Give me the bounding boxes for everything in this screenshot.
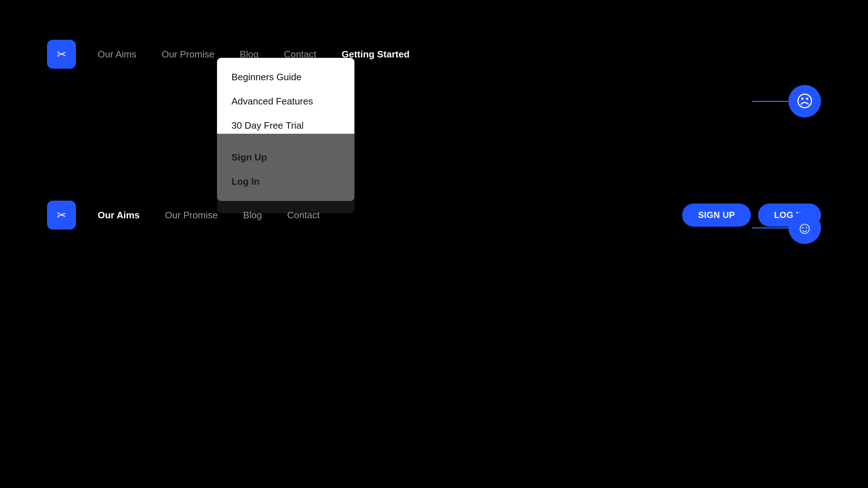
bottom-nav-our-promise[interactable]: Our Promise <box>165 210 218 221</box>
bottom-logo-icon: ✂ <box>57 209 67 221</box>
feedback-circle-negative[interactable]: ☹ <box>788 85 821 117</box>
dropdown-advanced-features[interactable]: Advanced Features <box>217 89 354 114</box>
bottom-logo[interactable]: ✂ <box>47 201 76 230</box>
bottom-nav-links: Our Aims Our Promise Blog Contact <box>98 210 682 221</box>
sad-face-icon: ☹ <box>796 93 813 110</box>
top-navigation: ✂ Our Aims Our Promise Blog Contact Gett… <box>47 40 821 69</box>
bottom-nav-contact[interactable]: Contact <box>287 210 320 221</box>
bottom-nav-our-aims[interactable]: Our Aims <box>98 210 140 221</box>
bottom-nav-blog[interactable]: Blog <box>243 210 262 221</box>
nav-our-promise[interactable]: Our Promise <box>162 49 214 60</box>
signup-button[interactable]: SIGN UP <box>682 204 751 227</box>
nav-our-aims[interactable]: Our Aims <box>98 49 136 60</box>
logo-icon: ✂ <box>57 48 67 60</box>
feedback-line-bottom <box>752 227 788 228</box>
logo[interactable]: ✂ <box>47 40 76 69</box>
feedback-widget-positive: ☺ <box>752 211 821 244</box>
feedback-line-top <box>752 101 788 102</box>
feedback-circle-positive[interactable]: ☺ <box>788 211 821 244</box>
dropdown-beginners-guide[interactable]: Beginners Guide <box>217 65 354 89</box>
feedback-widget-negative: ☹ <box>752 85 821 117</box>
happy-face-icon: ☺ <box>796 219 813 236</box>
bottom-navigation: ✂ Our Aims Our Promise Blog Contact SIGN… <box>47 201 821 230</box>
